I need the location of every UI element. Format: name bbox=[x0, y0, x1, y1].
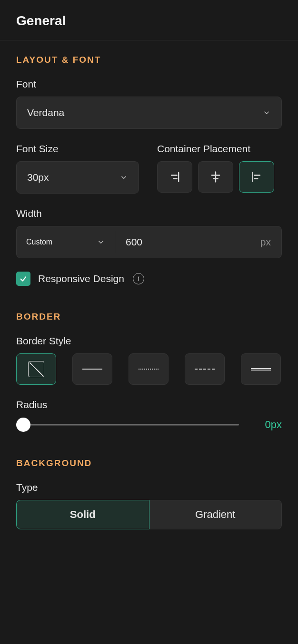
placement-label: Container Placement bbox=[157, 143, 282, 155]
responsive-label: Responsive Design bbox=[38, 273, 124, 284]
font-label: Font bbox=[16, 78, 282, 90]
font-select-value: Verdana bbox=[27, 107, 64, 118]
width-unit-label: px bbox=[260, 236, 271, 248]
fontsize-label: Font Size bbox=[16, 143, 139, 155]
bg-type-gradient-label: Gradient bbox=[195, 508, 235, 521]
radius-field: Radius 0px bbox=[16, 399, 282, 432]
placement-right-button[interactable] bbox=[157, 161, 192, 193]
chevron-down-icon bbox=[119, 173, 128, 182]
placement-center-button[interactable] bbox=[198, 161, 233, 193]
width-mode-select[interactable]: Custom bbox=[17, 226, 115, 258]
fontsize-select-value: 30px bbox=[27, 172, 49, 183]
width-mode-value: Custom bbox=[26, 238, 52, 246]
responsive-row: Responsive Design i bbox=[16, 272, 282, 286]
panel-title: General bbox=[16, 13, 282, 29]
responsive-checkbox[interactable] bbox=[16, 272, 30, 286]
border-style-none-button[interactable] bbox=[16, 353, 56, 385]
border-style-dotted-button[interactable] bbox=[129, 353, 169, 385]
section-background: BACKGROUND Type Solid Gradient bbox=[16, 432, 282, 529]
bg-type-segmented: Solid Gradient bbox=[16, 500, 282, 529]
width-field: Width Custom px bbox=[16, 208, 282, 258]
bg-type-solid-label: Solid bbox=[70, 508, 96, 521]
width-value-input[interactable] bbox=[126, 236, 260, 248]
section-title-border: BORDER bbox=[16, 312, 282, 322]
check-icon bbox=[19, 274, 28, 283]
align-left-icon bbox=[250, 170, 263, 184]
slider-thumb[interactable] bbox=[16, 418, 30, 432]
border-style-dashed-button[interactable] bbox=[185, 353, 225, 385]
width-label: Width bbox=[16, 208, 282, 219]
panel-header: General bbox=[0, 0, 298, 40]
section-title-layout: LAYOUT & FONT bbox=[16, 55, 282, 65]
bg-type-gradient-button[interactable]: Gradient bbox=[149, 500, 282, 529]
section-title-background: BACKGROUND bbox=[16, 458, 282, 468]
border-style-solid-button[interactable] bbox=[72, 353, 112, 385]
bg-type-solid-button[interactable]: Solid bbox=[16, 500, 149, 529]
align-center-icon bbox=[209, 170, 222, 184]
font-select[interactable]: Verdana bbox=[16, 97, 282, 129]
border-style-label: Border Style bbox=[16, 335, 282, 347]
info-icon[interactable]: i bbox=[133, 273, 144, 284]
chevron-down-icon bbox=[262, 108, 271, 117]
radius-label: Radius bbox=[16, 399, 282, 410]
border-dotted-icon bbox=[139, 369, 159, 370]
align-right-icon bbox=[168, 170, 181, 184]
section-layout-font: LAYOUT & FONT Font Verdana Font Size 30p… bbox=[16, 40, 282, 286]
fontsize-field: Font Size 30px bbox=[16, 143, 139, 194]
radius-value: 0px bbox=[258, 419, 282, 431]
slider-track bbox=[16, 424, 239, 426]
chevron-down-icon bbox=[97, 238, 105, 246]
border-style-group bbox=[16, 353, 282, 385]
width-control: Custom px bbox=[16, 226, 282, 258]
bg-type-label: Type bbox=[16, 482, 282, 493]
border-solid-icon bbox=[82, 369, 102, 370]
placement-left-button[interactable] bbox=[239, 161, 274, 193]
placement-field: Container Placement bbox=[157, 143, 282, 194]
border-dashed-icon bbox=[195, 369, 215, 370]
radius-slider[interactable] bbox=[16, 417, 239, 432]
border-none-icon bbox=[28, 361, 44, 377]
fontsize-select[interactable]: 30px bbox=[16, 161, 139, 194]
section-border: BORDER Border Style bbox=[16, 286, 282, 432]
general-settings-panel: General LAYOUT & FONT Font Verdana Font … bbox=[0, 0, 298, 529]
border-style-double-button[interactable] bbox=[241, 353, 281, 385]
border-double-icon bbox=[251, 368, 271, 371]
